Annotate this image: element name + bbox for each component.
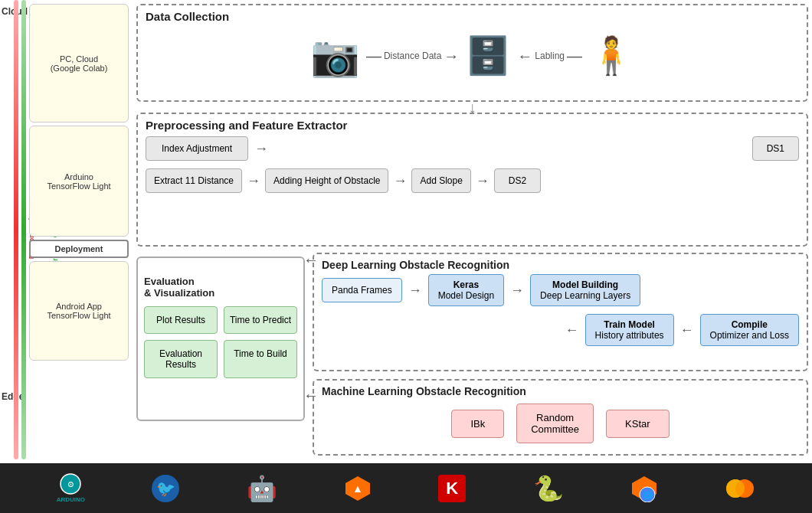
dl-row2: Compile Optimizer and Loss ← Train Model… <box>322 314 799 346</box>
model-building-box: Model Building Deep Learning Layers <box>530 274 640 306</box>
response-time-bar <box>14 0 18 459</box>
compile-box: Compile Optimizer and Loss <box>700 314 799 346</box>
machine-learning-section: Machine Learning Obstacle Recognition IB… <box>313 379 808 456</box>
arrow-dc-to-pre: ↓ <box>469 102 476 113</box>
svg-text:⊙: ⊙ <box>67 480 74 488</box>
train-model-box: Train Model History attributes <box>585 314 674 346</box>
arduino-icon: ⊙ ARDUINO <box>57 473 85 503</box>
random-committee-box: Random Committee <box>516 404 594 443</box>
data-collection-section: Data Collection 📷 — Distance Data → 🗄️ ←… <box>136 4 808 102</box>
machine-learning-title: Machine Learning Obstacle Recognition <box>322 385 799 397</box>
tensorflow-icon: ▲ <box>344 475 372 502</box>
evaluation-section: Evaluation & Visualization Plot Results … <box>136 256 305 421</box>
keras-icon: K <box>438 475 466 502</box>
ds2-box: DS2 <box>494 168 541 193</box>
arrow-keras-model: → <box>510 283 524 299</box>
preprocessing-title: Preprocessing and Feature Extractor <box>146 119 799 132</box>
arrow-compile: ← <box>680 322 694 338</box>
edge-label: Edge <box>2 391 24 402</box>
arrow-train-left: ← <box>565 322 579 338</box>
diagram-area: Data Collection 📷 — Distance Data → 🗄️ ←… <box>136 4 808 459</box>
arrow-slope: → <box>476 173 489 189</box>
svg-text:▲: ▲ <box>352 482 363 495</box>
deployment-label: Deployment <box>29 240 129 258</box>
plot-results-box: Plot Results <box>144 306 218 334</box>
labling-label: Labling <box>535 51 565 61</box>
python-icon: 🐍 <box>533 474 564 503</box>
index-adjustment-box: Index Adjustment <box>146 136 248 161</box>
distance-data-label: Distance Data <box>384 51 441 61</box>
adding-height-box: Adding Height of Obstacle <box>265 168 388 193</box>
weka-icon: 🐦 <box>152 475 179 502</box>
database-icon: 🗄️ <box>465 34 511 77</box>
left-side-panel: Cloud Edge Response Time Storage & Compu… <box>0 0 134 459</box>
keras-box: Keras Model Design <box>428 274 504 306</box>
person-icon: 🧍 <box>588 34 634 77</box>
evaluation-title: Evaluation & Visualization <box>144 264 297 299</box>
preprocessing-row1: Index Adjustment → DS1 <box>146 136 799 161</box>
arrow-ia-ds1: → <box>254 141 268 157</box>
storage-bar <box>21 0 26 459</box>
preprocessing-section: Preprocessing and Feature Extractor Inde… <box>136 113 808 247</box>
colab-icon <box>725 475 755 502</box>
kstar-box: KStar <box>606 410 670 438</box>
ds1-box: DS1 <box>752 136 799 161</box>
panda-frames-box: Panda Frames <box>322 278 402 302</box>
preprocessing-row2: Extract 11 Distance → Adding Height of O… <box>146 168 799 193</box>
extract-distance-box: Extract 11 Distance <box>146 168 242 193</box>
ibk-box: IBk <box>451 410 504 438</box>
arrow-extract: → <box>247 173 260 189</box>
evaluation-results-box: Evaluation Results <box>144 340 218 378</box>
arrow-panda-keras: → <box>408 283 422 299</box>
eval-grid: Plot Results Time to Predict Evaluation … <box>144 306 297 378</box>
time-to-predict-box: Time to Predict <box>224 306 297 334</box>
ml-content: IBk Random Committee KStar <box>322 404 799 443</box>
deep-learning-title: Deep Learning Obstacle Recognition <box>322 259 799 271</box>
camera-icon: 📷 <box>310 33 360 80</box>
dl-row1: Panda Frames → Keras Model Design → Mode… <box>322 274 799 306</box>
labling-arrow: ← Labling — <box>517 47 582 65</box>
distance-data-arrow: — Distance Data → <box>366 47 459 65</box>
time-to-build-box: Time to Build <box>224 340 297 378</box>
bottom-toolbar: ⊙ ARDUINO 🐦 🤖 ▲ K 🐍 <box>0 463 812 513</box>
deep-learning-section: Deep Learning Obstacle Recognition Panda… <box>313 253 808 371</box>
android-box: Android App TensorFlow Light <box>29 261 129 361</box>
arduino-box: Arduino TensorFlow Light <box>29 126 129 237</box>
side-boxes-column: PC, Cloud (Google Colab) Arduino TensorF… <box>29 4 129 456</box>
svg-text:🌐: 🌐 <box>643 491 652 500</box>
android-icon: 🤖 <box>247 474 277 503</box>
tensorflow2-icon: 🌐 <box>630 475 658 502</box>
add-slope-box: Add Slope <box>411 168 470 193</box>
pc-cloud-box: PC, Cloud (Google Colab) <box>29 4 129 123</box>
svg-point-9 <box>726 479 745 498</box>
data-collection-title: Data Collection <box>146 10 799 23</box>
arrow-height: → <box>393 173 407 189</box>
data-collection-content: 📷 — Distance Data → 🗄️ ← Labling — 🧍 <box>146 26 799 86</box>
